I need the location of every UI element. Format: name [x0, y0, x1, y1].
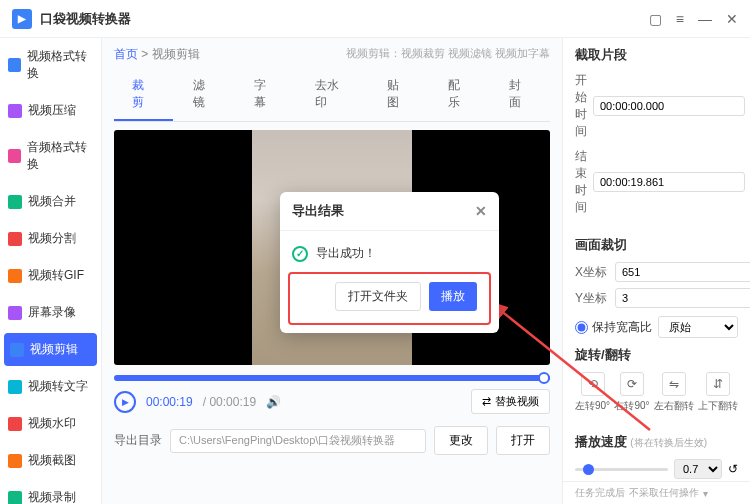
sidebar-icon: [8, 195, 22, 209]
rotate-option-2[interactable]: ⇋左右翻转: [654, 372, 694, 413]
sidebar-icon: [8, 306, 22, 320]
sidebar-item-label: 视频合并: [28, 193, 76, 210]
sidebar-icon: [8, 104, 22, 118]
y-input[interactable]: [615, 288, 750, 308]
breadcrumb: 首页 > 视频剪辑 视频剪辑：视频裁剪 视频滤镜 视频加字幕: [114, 46, 550, 63]
x-input[interactable]: [615, 262, 750, 282]
sidebar-icon: [8, 269, 22, 283]
export-dir-label: 导出目录: [114, 432, 162, 449]
speed-label: 播放速度: [575, 434, 627, 449]
tab-0[interactable]: 裁剪: [114, 69, 173, 121]
sidebar-item-label: 视频录制: [28, 489, 76, 504]
sidebar-item-label: 视频压缩: [28, 102, 76, 119]
tab-5[interactable]: 配乐: [430, 69, 489, 121]
rotate-icon: ⟲: [581, 372, 605, 396]
sidebar-item-3[interactable]: 视频合并: [0, 183, 101, 220]
sidebar: 视频格式转换视频压缩音频格式转换视频合并视频分割视频转GIF屏幕录像视频剪辑视频…: [0, 38, 102, 504]
breadcrumb-current: 视频剪辑: [152, 47, 200, 61]
change-dir-button[interactable]: 更改: [434, 426, 488, 455]
open-dir-button[interactable]: 打开: [496, 426, 550, 455]
start-time-label: 开始时间: [575, 72, 587, 140]
volume-icon[interactable]: 🔊: [266, 395, 281, 409]
speed-hint: (将在转换后生效): [630, 437, 707, 448]
start-time-input[interactable]: [593, 96, 745, 116]
sidebar-item-label: 视频剪辑: [30, 341, 78, 358]
rotate-option-0[interactable]: ⟲左转90°: [575, 372, 610, 413]
sidebar-item-2[interactable]: 音频格式转换: [0, 129, 101, 183]
footer-label: 任务完成后: [575, 486, 625, 500]
sidebar-item-label: 视频分割: [28, 230, 76, 247]
time-current: 00:00:19: [146, 395, 193, 409]
speed-select[interactable]: 0.7: [674, 459, 722, 479]
footer-option[interactable]: 不采取任何操作: [629, 486, 699, 500]
end-time-label: 结束时间: [575, 148, 587, 216]
sidebar-icon: [8, 232, 22, 246]
progress-handle[interactable]: [538, 372, 550, 384]
tab-1[interactable]: 滤镜: [175, 69, 234, 121]
sidebar-item-9[interactable]: 视频水印: [0, 405, 101, 442]
minimize-icon[interactable]: —: [698, 11, 712, 27]
play-file-button[interactable]: 播放: [429, 282, 477, 311]
sidebar-item-label: 视频格式转换: [27, 48, 93, 82]
sidebar-item-label: 屏幕录像: [28, 304, 76, 321]
breadcrumb-home[interactable]: 首页: [114, 47, 138, 61]
breadcrumb-description: 视频剪辑：视频裁剪 视频滤镜 视频加字幕: [346, 46, 550, 63]
tab-6[interactable]: 封面: [491, 69, 550, 121]
settings-panel: 截取片段 开始时间 ↻ 结束时间 ↻ 画面裁切 X坐标 宽度 Y坐标 高度 保持…: [562, 38, 750, 504]
speed-slider[interactable]: [575, 468, 668, 471]
sidebar-item-1[interactable]: 视频压缩: [0, 92, 101, 129]
slider-thumb[interactable]: [583, 464, 594, 475]
crop-section-title: 画面裁切: [575, 236, 738, 254]
clip-section-title: 截取片段: [575, 46, 738, 64]
sidebar-icon: [8, 149, 21, 163]
sidebar-item-7[interactable]: 视频剪辑: [4, 333, 97, 366]
sidebar-item-8[interactable]: 视频转文字: [0, 368, 101, 405]
play-button[interactable]: ▶: [114, 391, 136, 413]
sidebar-item-10[interactable]: 视频截图: [0, 442, 101, 479]
dialog-actions-highlight: 打开文件夹 播放: [288, 272, 491, 325]
export-result-dialog: 导出结果 ✕ ✓ 导出成功！ 打开文件夹 播放: [280, 192, 499, 333]
sidebar-item-0[interactable]: 视频格式转换: [0, 38, 101, 92]
swap-icon: ⇄: [482, 395, 491, 408]
sidebar-item-label: 视频转文字: [28, 378, 88, 395]
success-check-icon: ✓: [292, 246, 308, 262]
time-total: 00:00:19: [209, 395, 256, 409]
keep-ratio-radio[interactable]: 保持宽高比: [575, 319, 652, 336]
x-label: X坐标: [575, 264, 609, 281]
sidebar-icon: [8, 491, 22, 505]
rotate-option-3[interactable]: ⇵上下翻转: [698, 372, 738, 413]
replace-video-button[interactable]: ⇄ 替换视频: [471, 389, 550, 414]
dialog-title: 导出结果: [292, 202, 344, 220]
open-folder-button[interactable]: 打开文件夹: [335, 282, 421, 311]
rotate-option-1[interactable]: ⟳右转90°: [614, 372, 649, 413]
dialog-close-icon[interactable]: ✕: [475, 203, 487, 219]
menu-icon[interactable]: ≡: [676, 11, 684, 27]
editor-tabs: 裁剪滤镜字幕去水印贴图配乐封面: [114, 69, 550, 122]
sidebar-item-label: 音频格式转换: [27, 139, 93, 173]
reset-speed-icon[interactable]: ↺: [728, 462, 738, 476]
sidebar-item-label: 视频截图: [28, 452, 76, 469]
sidebar-item-6[interactable]: 屏幕录像: [0, 294, 101, 331]
sidebar-item-11[interactable]: 视频录制: [0, 479, 101, 504]
sidebar-item-label: 视频转GIF: [28, 267, 84, 284]
sidebar-icon: [8, 454, 22, 468]
progress-bar[interactable]: [114, 375, 550, 381]
rotate-icon: ⇵: [706, 372, 730, 396]
app-logo-icon: ▶: [12, 9, 32, 29]
sidebar-item-5[interactable]: 视频转GIF: [0, 257, 101, 294]
rotate-icon: ⟳: [620, 372, 644, 396]
end-time-input[interactable]: [593, 172, 745, 192]
tab-3[interactable]: 去水印: [297, 69, 367, 121]
close-icon[interactable]: ✕: [726, 11, 738, 27]
tab-4[interactable]: 贴图: [369, 69, 428, 121]
ratio-select[interactable]: 原始: [658, 316, 738, 338]
sidebar-icon: [8, 58, 21, 72]
sidebar-item-4[interactable]: 视频分割: [0, 220, 101, 257]
footer-bar: 任务完成后 不采取任何操作 ▾: [562, 481, 750, 504]
folder-icon[interactable]: ▢: [649, 11, 662, 27]
sidebar-icon: [10, 343, 24, 357]
tab-2[interactable]: 字幕: [236, 69, 295, 121]
export-path-input[interactable]: [170, 429, 426, 453]
titlebar: ▶ 口袋视频转换器 ▢ ≡ — ✕: [0, 0, 750, 38]
rotate-icon: ⇋: [662, 372, 686, 396]
